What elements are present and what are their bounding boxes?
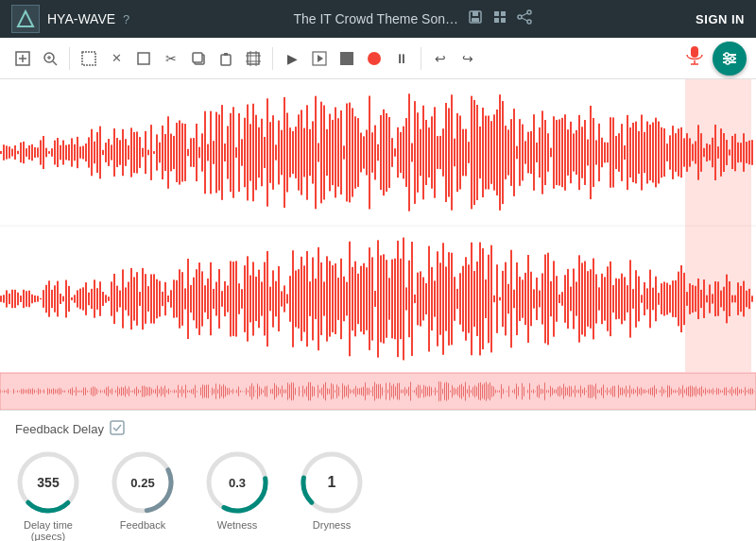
svg-rect-7	[501, 18, 506, 23]
toolbar: ✕ ✂	[0, 38, 756, 79]
svg-rect-20	[82, 52, 95, 65]
minimap-area[interactable]	[0, 372, 756, 410]
svg-text:0.25: 0.25	[130, 476, 154, 490]
song-title: The IT Crowd Theme Son…	[293, 11, 458, 26]
microphone-button[interactable]	[686, 45, 703, 71]
zoom-fit-button[interactable]	[9, 45, 36, 72]
header-left: HYA-WAVE ?	[11, 5, 129, 33]
select-all-button[interactable]	[76, 45, 102, 72]
select-rect-button[interactable]	[130, 45, 157, 72]
header-center: The IT Crowd Theme Son…	[293, 9, 532, 28]
toolbar-separator-2	[272, 47, 273, 70]
close-button[interactable]: ✕	[103, 45, 129, 72]
pause-button[interactable]: ⏸	[388, 45, 415, 72]
svg-rect-5	[501, 11, 506, 16]
svg-rect-47	[111, 421, 124, 434]
app-name: HYA-WAVE	[47, 11, 115, 26]
knob-delay-time[interactable]: 355 Delay time (μsecs)	[15, 449, 81, 541]
toolbar-group-select: ✕ ✂	[76, 45, 266, 72]
knobs-row: 355 Delay time (μsecs) 0.25 Feedback 0.3…	[15, 449, 741, 541]
settings-fab-button[interactable]	[713, 42, 747, 76]
svg-point-41	[725, 53, 729, 57]
export-icon[interactable]	[492, 9, 507, 28]
sign-in-button[interactable]: SIGN IN	[696, 12, 745, 26]
knob-wetness-svg: 0.3	[204, 449, 270, 516]
svg-rect-4	[494, 11, 499, 16]
knob-dryness[interactable]: 1 Dryness	[299, 449, 365, 531]
toolbar-group-history: ↩ ↪	[427, 45, 481, 72]
help-icon[interactable]: ?	[123, 12, 129, 26]
undo-button[interactable]: ↩	[427, 45, 454, 72]
svg-rect-3	[472, 18, 479, 22]
stop-button[interactable]	[334, 45, 360, 72]
svg-rect-26	[248, 53, 259, 64]
plugin-enabled-icon[interactable]	[110, 420, 125, 438]
record-button[interactable]	[361, 45, 387, 72]
plugin-panel: Feedback Delay 355 Delay time (μsecs) 0.…	[0, 410, 756, 541]
svg-marker-32	[318, 55, 323, 62]
svg-rect-2	[472, 11, 478, 16]
knob-delay-time-svg: 355	[15, 449, 81, 516]
svg-point-10	[527, 20, 531, 24]
app-logo[interactable]	[11, 5, 40, 33]
svg-rect-35	[691, 46, 698, 58]
knob-wetness[interactable]: 0.3 Wetness	[204, 449, 270, 531]
toolbar-separator-1	[69, 47, 70, 70]
svg-text:355: 355	[37, 475, 60, 490]
play-button[interactable]: ▶	[279, 45, 305, 72]
toolbar-group-transport: ▶ ⏸	[279, 45, 415, 72]
svg-point-8	[527, 10, 531, 14]
plugin-header: Feedback Delay	[15, 420, 741, 438]
share-icon[interactable]	[517, 9, 532, 28]
svg-rect-24	[221, 55, 231, 65]
copy-button[interactable]	[185, 45, 212, 72]
svg-point-42	[730, 57, 734, 60]
plugin-title: Feedback Delay	[15, 422, 104, 436]
svg-text:0.3: 0.3	[229, 476, 246, 490]
svg-line-12	[522, 18, 527, 21]
svg-point-34	[368, 52, 381, 65]
redo-button[interactable]: ↪	[455, 45, 481, 72]
knob-feedback-svg: 0.25	[110, 449, 176, 516]
knob-feedback-label: Feedback	[120, 519, 165, 531]
zoom-in-button[interactable]	[37, 45, 63, 72]
play-selection-button[interactable]	[306, 45, 333, 72]
svg-rect-25	[224, 53, 228, 56]
header-icons	[468, 9, 532, 28]
knob-wetness-label: Wetness	[217, 519, 258, 531]
waveform-canvas[interactable]	[0, 79, 756, 372]
svg-rect-33	[340, 52, 353, 65]
knob-dryness-svg: 1	[299, 449, 365, 516]
waveform-area[interactable]: /* rendered inline */	[0, 79, 756, 372]
save-icon[interactable]	[468, 9, 483, 28]
toolbar-separator-3	[421, 47, 421, 70]
svg-rect-23	[193, 53, 202, 62]
crop-button[interactable]	[240, 45, 266, 72]
svg-point-9	[518, 15, 522, 19]
svg-rect-6	[494, 18, 499, 23]
minimap-canvas	[0, 373, 756, 410]
svg-rect-21	[138, 53, 149, 64]
knob-feedback[interactable]: 0.25 Feedback	[110, 449, 176, 531]
svg-marker-0	[18, 11, 33, 26]
paste-button[interactable]	[213, 45, 239, 72]
svg-line-17	[53, 61, 57, 65]
toolbar-group-zoom	[9, 45, 63, 72]
app-header: HYA-WAVE ? The IT Crowd Theme Son…	[0, 0, 756, 38]
cut-button[interactable]: ✂	[158, 45, 184, 72]
svg-text:1: 1	[328, 474, 336, 490]
svg-point-43	[726, 60, 730, 64]
knob-dryness-label: Dryness	[313, 519, 351, 531]
knob-delay-time-label: Delay time (μsecs)	[15, 519, 81, 541]
svg-line-11	[522, 13, 527, 16]
